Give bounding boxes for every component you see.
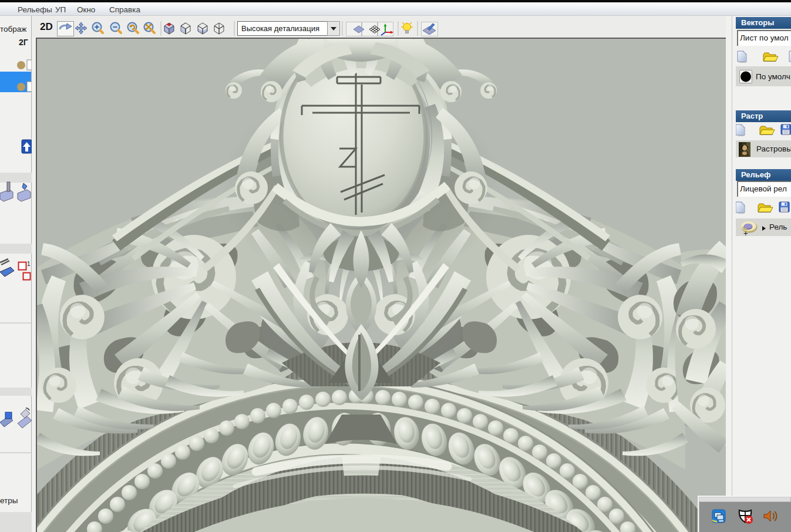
svg-text:1: 1 — [27, 261, 31, 267]
svg-text:+: + — [743, 229, 748, 238]
